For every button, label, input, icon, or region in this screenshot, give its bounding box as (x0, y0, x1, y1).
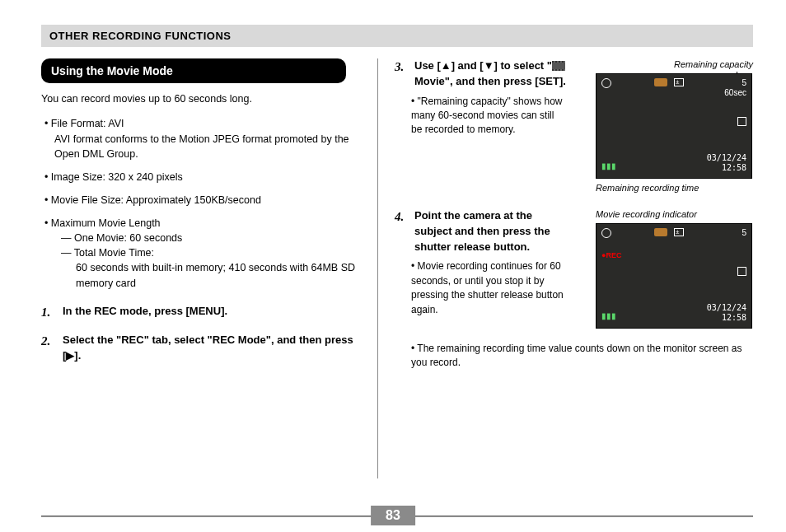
step-3-bullet: "Remaining capacity" shows how many 60-s… (395, 95, 568, 138)
step-body: Point the camera at the subject and then… (414, 208, 568, 255)
page-number: 83 (371, 506, 415, 525)
spec-list: File Format: AVI AVI format conforms to … (41, 116, 361, 290)
battery-icon: ▮▮▮ (601, 310, 616, 323)
orange-icon (654, 78, 667, 86)
mode-icon (601, 228, 611, 238)
step-4-row: 4. Point the camera at the subject and t… (395, 208, 753, 329)
step-number: 1. (41, 304, 56, 322)
annot-remaining-recording-time: Remaining recording time (576, 182, 753, 195)
step-number: 2. (41, 333, 56, 364)
bullet-text: Movie File Size: Approximately 150KB/sec… (44, 194, 261, 206)
camera-screen-2: 5 ●REC ▮▮▮ 03/12/24 12:58 (596, 223, 752, 329)
bullet-text: The remaining recording time value count… (411, 343, 742, 368)
left-column: Using the Movie Mode You can record movi… (41, 58, 377, 478)
step-text-b: Movie", and then press [SET]. (414, 75, 566, 87)
bullet-text: File Format: AVI (44, 118, 124, 129)
step-3-row: 3. Use [▲] and [▼] to select " Movie", a… (395, 58, 753, 195)
spec-image-size: Image Size: 320 x 240 pixels (44, 170, 361, 184)
step-4-text: 4. Point the camera at the subject and t… (395, 208, 568, 329)
screen-time: 12:58 (722, 162, 746, 175)
section-header: OTHER RECORDING FUNCTIONS (41, 25, 753, 47)
steps-left: 1. In the REC mode, press [MENU]. 2. Sel… (41, 304, 361, 364)
step-2: 2. Select the "REC" tab, select "REC Mod… (41, 333, 361, 364)
camera-screen-1: 5 60sec ▮▮▮ 03/12/24 12:58 (596, 73, 752, 179)
orange-icon (654, 228, 667, 236)
screen-count: 5 (742, 227, 746, 240)
sub-detail: 60 seconds with built-in memory; 410 sec… (61, 260, 361, 290)
sub-item: Total Movie Time: (61, 247, 154, 259)
movie-icon (552, 61, 565, 71)
figure-1: Remaining capacity 5 60sec ▮▮▮ 03/12/24 … (576, 58, 753, 195)
bullet-text: Image Size: 320 x 240 pixels (44, 171, 183, 183)
section-title: Using the Movie Mode (41, 58, 346, 83)
step-4-full-bullet: The remaining recording time value count… (395, 342, 753, 371)
bullet-text: Maximum Movie Length (44, 217, 161, 229)
step-body: Select the "REC" tab, select "REC Mode",… (63, 333, 361, 364)
step-number: 4. (395, 208, 409, 255)
mode-icon (601, 78, 611, 88)
step-body: Use [▲] and [▼] to select " Movie", and … (414, 58, 568, 90)
step-text-a: Use [▲] and [▼] to select " (414, 59, 552, 72)
content-columns: Using the Movie Mode You can record movi… (41, 58, 753, 478)
step-body: In the REC mode, press [MENU]. (63, 304, 227, 322)
ev-icon (674, 228, 684, 236)
bullet-text: "Remaining capacity" shows how many 60-s… (411, 96, 562, 136)
bullet-text: Movie recording continues for 60 seconds… (411, 260, 564, 315)
step-number: 3. (395, 58, 409, 90)
annot-remaining-capacity: Remaining capacity (576, 58, 753, 72)
rec-indicator: ●REC (601, 250, 621, 261)
step-1: 1. In the REC mode, press [MENU]. (41, 304, 361, 322)
step-3-text: 3. Use [▲] and [▼] to select " Movie", a… (395, 58, 568, 195)
screen-time: 12:58 (722, 312, 746, 324)
sub-item: One Movie: 60 seconds (61, 232, 182, 244)
right-column: 3. Use [▲] and [▼] to select " Movie", a… (378, 58, 753, 478)
spec-file-format: File Format: AVI AVI format conforms to … (44, 116, 361, 161)
bullet-sub: AVI format conforms to the Motion JPEG f… (44, 132, 361, 161)
sub-list: One Movie: 60 seconds Total Movie Time: … (44, 231, 361, 291)
intro-text: You can record movies up to 60 seconds l… (41, 91, 361, 106)
annot-movie-recording-indicator: Movie recording indicator (576, 208, 753, 222)
side-icon (737, 267, 746, 276)
screen-sec: 60sec (724, 87, 746, 100)
ev-icon (674, 78, 684, 86)
side-icon (737, 117, 746, 126)
spec-max-length: Maximum Movie Length One Movie: 60 secon… (44, 216, 361, 291)
figure-2: Movie recording indicator 5 ●REC ▮▮▮ 03/… (576, 208, 753, 329)
step-4-bullet: Movie recording continues for 60 seconds… (395, 259, 568, 317)
spec-file-size: Movie File Size: Approximately 150KB/sec… (44, 193, 361, 208)
battery-icon: ▮▮▮ (601, 161, 616, 173)
